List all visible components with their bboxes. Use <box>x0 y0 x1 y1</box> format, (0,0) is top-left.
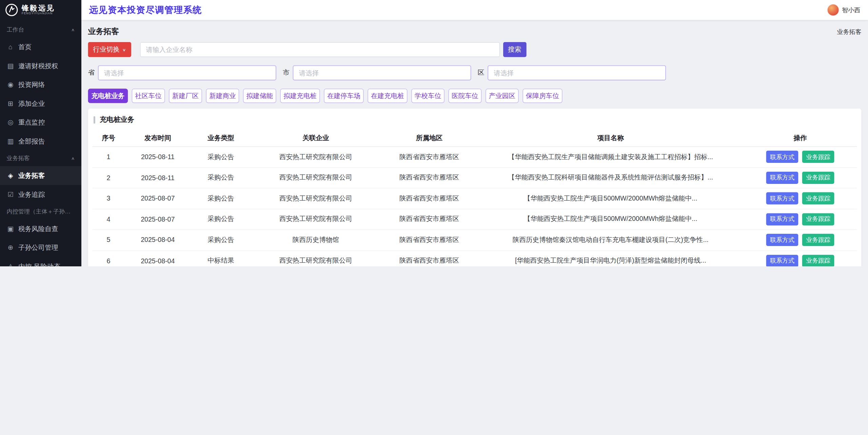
sidebar-entry-invite-tax-auth[interactable]: ▤ 邀请财税授权 <box>0 57 81 76</box>
sidebar-entry-business-tracking[interactable]: ☑ 业务追踪 <box>0 185 81 204</box>
app-title: 远见资本投资尽调管理系统 <box>89 4 202 16</box>
sidebar: 锋毅远见 FENGYIYUANJIAN 工作台 ∧ ⌂ 首页 ▤ <box>0 0 81 266</box>
category-tab-industrial-park[interactable]: 产业园区 <box>486 89 519 103</box>
logo-name-cn: 锋毅远见 <box>22 5 55 12</box>
contact-button[interactable]: 联系方式 <box>766 151 798 163</box>
track-button[interactable]: 业务跟踪 <box>802 172 834 184</box>
sidebar-entry-investment-network[interactable]: ◉ 投资网络 <box>0 75 81 94</box>
sidebar-entry-ic-risk-dynamics[interactable]: ⚠ 内控-风险动态 <box>0 257 81 267</box>
column-header: 操作 <box>744 133 857 143</box>
logo[interactable]: 锋毅远见 FENGYIYUANJIAN <box>0 0 81 20</box>
page-head: 业务拓客 业务拓客 <box>81 20 868 41</box>
cell-actions: 联系方式 业务跟踪 <box>744 172 857 184</box>
table-row: 4 2025-08-07 采购公告 西安热工研究院有限公司 陕西省西安市雁塔区 … <box>93 209 857 230</box>
app-root: 锋毅远见 FENGYIYUANJIAN 工作台 ∧ ⌂ 首页 ▤ <box>0 0 868 266</box>
cell-project-name: 【华能西安热工院科研项目储能器件及系统性能评估测试服务招标】... <box>478 173 744 183</box>
track-button[interactable]: 业务跟踪 <box>802 255 834 267</box>
cell-index: 1 <box>93 153 125 161</box>
category-tab-parking-under-construction[interactable]: 在建停车场 <box>324 89 364 103</box>
province-label: 省 <box>88 68 95 78</box>
sidebar-entry-label: 内控管理（主体＋子孙公司） <box>7 208 75 215</box>
sidebar-entry-tax-risk-self-check[interactable]: ▣ 税务风险自查 <box>0 220 81 239</box>
cell-business-type: 采购公告 <box>191 152 251 162</box>
city-select[interactable] <box>293 65 471 80</box>
search-row: 行业切换 ∨ 搜索 <box>81 42 868 57</box>
user-menu[interactable]: 智小西 <box>828 4 860 16</box>
logo-name-en: FENGYIYUANJIAN <box>22 12 55 15</box>
sidebar-entry-icon: ◎ <box>7 118 15 126</box>
sidebar-entry-home[interactable]: ⌂ 首页 <box>0 38 81 57</box>
table-section-title: 充电桩业务 <box>93 113 857 130</box>
contact-button[interactable]: 联系方式 <box>766 234 798 246</box>
column-header: 序号 <box>93 133 125 143</box>
sidebar-entry-icon: ◈ <box>7 172 15 179</box>
sidebar-entry-icon: ▣ <box>7 225 15 233</box>
category-tab-charging-pile-business[interactable]: 充电桩业务 <box>88 89 128 103</box>
contact-button[interactable]: 联系方式 <box>766 255 798 267</box>
category-tab-planned-energy-storage[interactable]: 拟建储能 <box>243 89 276 103</box>
industry-switch-button[interactable]: 行业切换 ∨ <box>88 42 131 57</box>
sidebar-entry-business-expansion-section[interactable]: 业务拓客 ∧ <box>0 151 81 166</box>
sidebar-entry-add-company[interactable]: ⊞ 添加企业 <box>0 94 81 113</box>
track-button[interactable]: 业务跟踪 <box>802 213 834 225</box>
content-column: 远见资本投资尽调管理系统 智小西 业务拓客 业务拓客 行业切换 ∨ 搜索 <box>81 0 868 266</box>
sidebar-entry-label: 全部报告 <box>18 136 45 146</box>
category-tab-community-parking[interactable]: 社区车位 <box>132 89 165 103</box>
cell-actions: 联系方式 业务跟踪 <box>744 213 857 225</box>
cell-actions: 联系方式 业务跟踪 <box>744 255 857 267</box>
company-search-input[interactable] <box>140 42 499 57</box>
sidebar-entry-label: 投资网络 <box>18 80 45 90</box>
sidebar-entry-workbench-section[interactable]: 工作台 ∧ <box>0 22 81 38</box>
cell-actions: 联系方式 业务跟踪 <box>744 192 857 205</box>
track-button[interactable]: 业务跟踪 <box>802 151 834 163</box>
sidebar-entry-key-monitoring[interactable]: ◎ 重点监控 <box>0 113 81 132</box>
category-tab-school-parking[interactable]: 学校车位 <box>411 89 445 103</box>
track-button[interactable]: 业务跟踪 <box>802 234 834 246</box>
sidebar-entry-subsidiary-management[interactable]: ⊕ 子孙公司管理 <box>0 238 81 257</box>
city-label: 市 <box>283 68 290 78</box>
contact-button[interactable]: 联系方式 <box>766 192 798 205</box>
district-label: 区 <box>478 68 485 78</box>
table-row: 1 2025-08-11 采购公告 西安热工研究院有限公司 陕西省西安市雁塔区 … <box>93 147 857 168</box>
user-avatar <box>828 4 839 16</box>
sidebar-entry-label: 工作台 <box>7 26 24 34</box>
contact-button[interactable]: 联系方式 <box>766 172 798 184</box>
cell-index: 6 <box>93 257 125 265</box>
sidebar-entry-label: 重点监控 <box>18 118 45 127</box>
category-tab-affordable-housing-parking[interactable]: 保障房车位 <box>522 89 563 103</box>
sidebar-entry-icon: ▥ <box>7 137 15 145</box>
cell-publish-date: 2025-08-04 <box>124 257 191 265</box>
category-tab-new-factory[interactable]: 新建厂区 <box>169 89 202 103</box>
sidebar-entry-label: 业务追踪 <box>18 190 45 199</box>
cell-region: 陕西省西安市雁塔区 <box>381 256 478 266</box>
category-tab-new-commercial[interactable]: 新建商业 <box>206 89 239 103</box>
cell-index: 5 <box>93 236 125 244</box>
sidebar-entry-icon: ⚠ <box>7 263 15 266</box>
sidebar-entry-label: 业务拓客 <box>18 171 45 181</box>
category-tab-planned-charging-pile[interactable]: 拟建充电桩 <box>280 89 320 103</box>
cell-company: 西安热工研究院有限公司 <box>251 256 381 266</box>
category-tab-hospital-parking[interactable]: 医院车位 <box>448 89 481 103</box>
cell-company: 西安热工研究院有限公司 <box>251 173 381 183</box>
sidebar-entry-internal-control-section[interactable]: 内控管理（主体＋子孙公司） <box>0 204 81 220</box>
province-select[interactable] <box>98 65 276 80</box>
column-header: 业务类型 <box>191 133 251 143</box>
sidebar-entry-business-expansion[interactable]: ◈ 业务拓客 <box>0 166 81 185</box>
column-header: 项目名称 <box>478 133 744 143</box>
track-button[interactable]: 业务跟踪 <box>802 192 834 205</box>
sidebar-entry-label: 首页 <box>18 42 32 52</box>
sidebar-entry-all-reports[interactable]: ▥ 全部报告 <box>0 132 81 151</box>
district-select[interactable] <box>488 65 666 80</box>
table-row: 2 2025-08-11 采购公告 西安热工研究院有限公司 陕西省西安市雁塔区 … <box>93 168 857 188</box>
cell-project-name: [华能西安热工院生产项目华润电力(菏泽)新型熔盐储能封闭母线... <box>478 256 744 266</box>
contact-button[interactable]: 联系方式 <box>766 213 798 225</box>
cell-project-name: 【华能西安热工院生产项目500MW/2000MWh熔盐储能中... <box>478 194 744 203</box>
cell-region: 陕西省西安市雁塔区 <box>381 173 478 183</box>
region-filter-row: 省 市 区 <box>81 65 868 80</box>
category-tab-charging-under-construction[interactable]: 在建充电桩 <box>368 89 408 103</box>
cell-business-type: 采购公告 <box>191 214 251 224</box>
cell-publish-date: 2025-08-11 <box>124 174 191 182</box>
sidebar-menu: 工作台 ∧ ⌂ 首页 ▤ 邀请财税授权 ◉ 投资网络 <box>0 20 81 267</box>
cell-company: 西安热工研究院有限公司 <box>251 214 381 224</box>
search-button[interactable]: 搜索 <box>503 42 526 57</box>
